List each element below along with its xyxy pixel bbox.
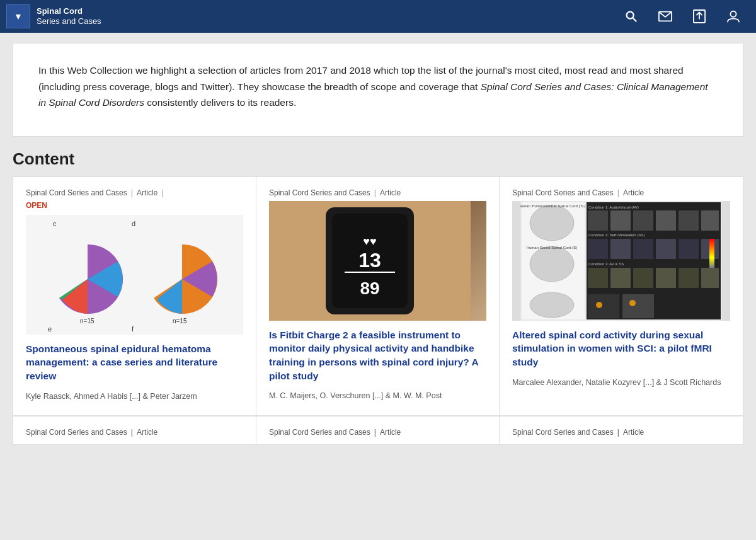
svg-text:♥♥: ♥♥ bbox=[363, 235, 376, 248]
stub-3-journal: Spinal Cord Series and Cases bbox=[512, 428, 614, 437]
article-3-meta: Spinal Cord Series and Cases | Article bbox=[512, 188, 730, 197]
svg-text:e: e bbox=[48, 325, 52, 333]
article-1-image: c d n=15 bbox=[26, 215, 243, 335]
article-2-meta: Spinal Cord Series and Cases | Article bbox=[269, 188, 486, 197]
article-stub-1: Spinal Cord Series and Cases | Article bbox=[13, 416, 256, 444]
stub-2-journal: Spinal Cord Series and Cases bbox=[269, 428, 370, 437]
site-header: ▼ Spinal Cord Series and Cases bbox=[0, 0, 756, 33]
svg-text:89: 89 bbox=[360, 279, 379, 298]
content-heading: Content bbox=[13, 149, 743, 169]
svg-rect-43 bbox=[588, 268, 608, 288]
article-2-type: Article bbox=[380, 188, 401, 197]
article-card-3: Spinal Cord Series and Cases | Article H… bbox=[500, 177, 743, 416]
svg-rect-36 bbox=[610, 239, 631, 259]
article-stub-2: Spinal Cord Series and Cases | Article bbox=[256, 416, 500, 444]
svg-point-0 bbox=[627, 12, 634, 19]
mri-scene-svg: Human Thoracolumbar Spinal Cord (TL) Hum… bbox=[520, 201, 722, 321]
brand-logo: Spinal Cord Series and Cases bbox=[37, 6, 101, 26]
svg-text:Human Sacral Spinal Cord (S): Human Sacral Spinal Cord (S) bbox=[527, 246, 578, 250]
article-stub-2-meta: Spinal Cord Series and Cases | Article bbox=[269, 428, 486, 437]
svg-rect-35 bbox=[588, 239, 608, 259]
article-2-authors: M. C. Maijers, O. Verschuren [...] & M. … bbox=[269, 390, 486, 402]
article-stub-3-meta: Spinal Cord Series and Cases | Article bbox=[512, 428, 730, 437]
svg-rect-29 bbox=[610, 210, 631, 231]
svg-point-51 bbox=[596, 302, 602, 308]
svg-text:n=15: n=15 bbox=[173, 318, 187, 325]
main-container: In this Web Collection we highlight a se… bbox=[6, 43, 750, 445]
article-1-authors: Kyle Raasck, Ahmed A Habis [...] & Peter… bbox=[26, 391, 243, 403]
intro-text: In this Web Collection we highlight a se… bbox=[38, 62, 718, 111]
svg-rect-31 bbox=[656, 210, 676, 231]
svg-rect-49 bbox=[588, 294, 619, 318]
article-1-open-badge: OPEN bbox=[26, 201, 243, 210]
stub-1-journal: Spinal Cord Series and Cases bbox=[26, 428, 127, 437]
svg-rect-37 bbox=[633, 239, 653, 259]
svg-text:13: 13 bbox=[358, 249, 381, 272]
svg-rect-48 bbox=[701, 268, 719, 288]
article-3-journal: Spinal Cord Series and Cases bbox=[512, 188, 614, 197]
fitbit-scene-svg: ♥♥ 13 89 bbox=[269, 201, 471, 321]
svg-text:f: f bbox=[132, 325, 134, 333]
article-card-1: Spinal Cord Series and Cases | Article |… bbox=[13, 177, 256, 416]
article-1-journal: Spinal Cord Series and Cases bbox=[26, 188, 127, 197]
svg-text:n=15: n=15 bbox=[80, 318, 94, 325]
svg-line-1 bbox=[633, 18, 637, 22]
svg-text:d: d bbox=[132, 220, 135, 227]
svg-rect-30 bbox=[633, 210, 653, 231]
svg-point-21 bbox=[530, 205, 574, 241]
article-card-2: Spinal Cord Series and Cases | Article ♥… bbox=[256, 177, 500, 416]
search-icon bbox=[624, 9, 638, 23]
header-icon-group bbox=[615, 0, 750, 33]
article-stub-3: Spinal Cord Series and Cases | Article bbox=[500, 416, 743, 444]
article-stub-1-meta: Spinal Cord Series and Cases | Article bbox=[26, 428, 243, 437]
pie-chart-svg: c d n=15 bbox=[34, 216, 236, 333]
stub-3-type: Article bbox=[623, 428, 644, 437]
article-1-type: Article bbox=[137, 188, 158, 197]
intro-text-part2: consistently delivers to its readers. bbox=[144, 97, 296, 108]
svg-point-52 bbox=[629, 300, 636, 306]
search-button[interactable] bbox=[615, 0, 648, 33]
brand-title-line1: Spinal Cord bbox=[37, 6, 101, 16]
mail-button[interactable] bbox=[649, 0, 682, 33]
upload-button[interactable] bbox=[683, 0, 716, 33]
article-1-meta: Spinal Cord Series and Cases | Article | bbox=[26, 188, 243, 197]
svg-point-25 bbox=[530, 292, 574, 318]
article-3-image: Human Thoracolumbar Spinal Cord (TL) Hum… bbox=[512, 201, 730, 321]
svg-text:Condition 1: Audio/Visual (AV): Condition 1: Audio/Visual (AV) bbox=[588, 205, 639, 209]
article-3-title[interactable]: Altered spinal cord activity during sexu… bbox=[512, 328, 730, 369]
svg-rect-33 bbox=[701, 210, 719, 231]
svg-text:Human Thoracolumbar Spinal Cor: Human Thoracolumbar Spinal Cord (TL) bbox=[520, 204, 585, 208]
svg-point-5 bbox=[730, 11, 736, 17]
svg-rect-45 bbox=[633, 268, 653, 288]
svg-rect-32 bbox=[679, 210, 699, 231]
article-1-title[interactable]: Spontaneous spinal epidural hematoma man… bbox=[26, 342, 243, 383]
svg-rect-38 bbox=[656, 239, 676, 259]
article-2-title[interactable]: Is Fitbit Charge 2 a feasible instrument… bbox=[269, 328, 486, 383]
mail-icon bbox=[658, 11, 672, 22]
svg-rect-39 bbox=[679, 239, 699, 259]
svg-rect-50 bbox=[622, 294, 654, 318]
svg-rect-17 bbox=[345, 272, 395, 273]
svg-rect-28 bbox=[588, 210, 608, 231]
svg-rect-44 bbox=[610, 268, 631, 288]
svg-text:Condition 3: AV & SS: Condition 3: AV & SS bbox=[588, 262, 624, 266]
upload-icon bbox=[693, 9, 706, 23]
nav-dropdown-button[interactable]: ▼ bbox=[6, 4, 30, 28]
intro-section: In this Web Collection we highlight a se… bbox=[13, 43, 743, 137]
user-icon bbox=[726, 9, 740, 23]
brand-title-line2: Series and Cases bbox=[37, 16, 101, 26]
articles-grid: Spinal Cord Series and Cases | Article |… bbox=[13, 176, 743, 416]
article-2-journal: Spinal Cord Series and Cases bbox=[269, 188, 370, 197]
header-left: ▼ Spinal Cord Series and Cases bbox=[6, 4, 101, 28]
svg-point-23 bbox=[530, 246, 574, 282]
articles-grid-row2: Spinal Cord Series and Cases | Article S… bbox=[13, 416, 743, 445]
user-button[interactable] bbox=[717, 0, 750, 33]
dropdown-arrow-icon: ▼ bbox=[14, 11, 23, 21]
svg-text:c: c bbox=[53, 220, 57, 227]
stub-2-type: Article bbox=[380, 428, 401, 437]
svg-rect-46 bbox=[656, 268, 676, 288]
article-2-image: ♥♥ 13 89 bbox=[269, 201, 486, 321]
article-3-type: Article bbox=[623, 188, 644, 197]
article-3-authors: Marcalee Alexander, Natalie Kozyrev [...… bbox=[512, 377, 730, 389]
stub-1-type: Article bbox=[137, 428, 158, 437]
